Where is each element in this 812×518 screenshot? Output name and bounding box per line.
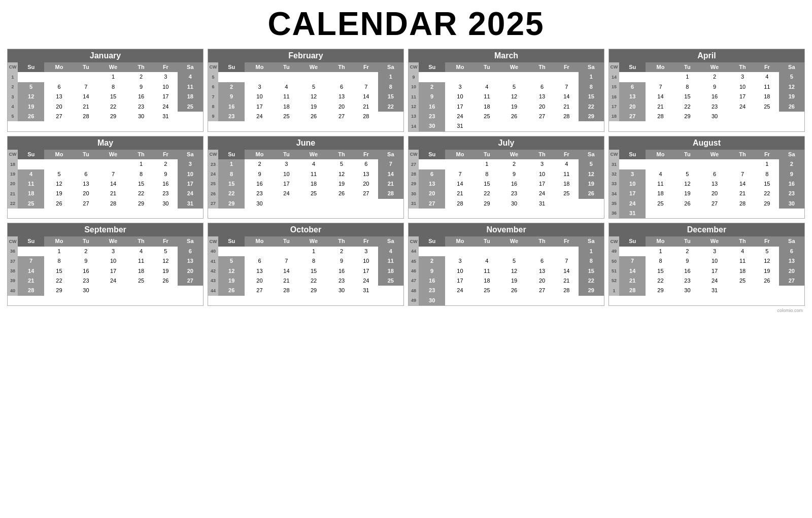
calendar-day: 15 (755, 179, 779, 189)
calendar-day (675, 159, 700, 169)
calendar-day: 29 (44, 286, 74, 295)
calendar-day: 28 (730, 199, 755, 209)
calendar-day: 31 (619, 209, 646, 218)
calendar-day (529, 296, 555, 305)
calendar-day: 19 (329, 179, 354, 189)
calendar-day: 22 (298, 276, 329, 286)
calendar-day: 5 (18, 82, 44, 92)
calendar-day: 21 (74, 102, 98, 112)
calendar-day: 8 (218, 169, 245, 179)
calendar-day: 11 (378, 256, 403, 266)
calendar-day: 14 (98, 179, 128, 189)
calendar-day (275, 72, 299, 82)
calendar-day: 2 (154, 159, 177, 169)
calendar-day: 3 (445, 82, 475, 92)
calendar-day: 15 (128, 179, 154, 189)
calendar-day: 21 (555, 276, 578, 286)
calendar-day: 27 (779, 276, 804, 286)
calendar-day: 31 (529, 199, 555, 209)
calendar-day: 18 (475, 102, 499, 112)
calendar-day: 5 (499, 82, 529, 92)
calendar-day: 25 (646, 199, 675, 209)
month-header-october: October (208, 223, 403, 236)
calendar-day: 21 (646, 102, 675, 112)
calendar-day: 5 (298, 82, 329, 92)
calendar-day: 1 (378, 72, 403, 82)
calendar-day: 18 (646, 189, 675, 198)
calendar-day: 18 (555, 179, 578, 189)
calendar-day: 1 (579, 247, 604, 256)
calendar-day: 30 (128, 112, 154, 121)
calendar-day (555, 72, 578, 82)
calendar-day: 24 (275, 189, 299, 198)
calendar-day: 24 (529, 189, 555, 198)
calendar-day (529, 247, 555, 256)
calendar-day: 27 (354, 189, 378, 198)
calendar-day: 17 (529, 179, 555, 189)
calendar-day: 8 (579, 256, 604, 266)
calendar-day: 22 (378, 102, 403, 112)
calendar-day: 15 (378, 92, 403, 101)
calendar-day: 21 (619, 276, 646, 286)
calendar-day (646, 72, 675, 82)
calendar-day: 29 (579, 286, 604, 295)
calendar-day: 20 (529, 102, 555, 112)
calendar-day: 27 (329, 112, 354, 121)
calendar-day: 25 (755, 102, 779, 112)
calendar-day (779, 286, 804, 295)
calendar-day: 20 (329, 102, 354, 112)
calendar-day: 16 (419, 276, 445, 286)
calendar-day (245, 72, 274, 82)
calendar-day: 28 (555, 112, 578, 121)
calendar-day: 9 (74, 256, 98, 266)
calendar-day: 10 (445, 92, 475, 101)
calendar-day: 14 (619, 266, 646, 276)
calendar-day: 21 (445, 189, 475, 198)
month-header-november: November (409, 223, 604, 236)
calendar-day: 23 (74, 276, 98, 286)
calendar-day: 2 (419, 82, 445, 92)
calendar-day: 10 (275, 169, 299, 179)
calendar-day (779, 112, 804, 121)
calendar-day: 23 (779, 189, 804, 198)
calendar-day: 22 (579, 276, 604, 286)
calendar-day: 2 (419, 256, 445, 266)
calendar-day: 15 (218, 179, 245, 189)
calendar-day: 30 (419, 121, 445, 131)
calendar-day: 26 (298, 112, 329, 121)
calendar-day: 28 (354, 112, 378, 121)
calendar-day: 17 (445, 102, 475, 112)
calendar-day: 14 (555, 266, 578, 276)
calendar-day: 20 (354, 179, 378, 189)
calendar-day (445, 247, 475, 256)
calendar-day: 5 (675, 169, 700, 179)
calendar-day: 4 (755, 72, 779, 82)
calendar-day: 8 (579, 82, 604, 92)
month-july: JulyCWSuMoTuWeThFrSa27123452867891011122… (408, 136, 604, 219)
calendar-day: 2 (128, 72, 154, 82)
calendar-day (154, 286, 177, 295)
calendar-day: 9 (499, 169, 529, 179)
calendar-day: 19 (579, 179, 604, 189)
calendar-day: 4 (275, 82, 299, 92)
calendar-day: 7 (730, 169, 755, 179)
calendar-day: 23 (154, 189, 177, 198)
month-header-december: December (609, 223, 804, 236)
calendar-day: 21 (555, 102, 578, 112)
calendar-day: 16 (499, 179, 529, 189)
calendar-day: 22 (475, 189, 499, 198)
month-header-january: January (8, 49, 203, 62)
calendar-day: 26 (779, 102, 804, 112)
calendar-day: 16 (699, 92, 730, 101)
calendar-day: 24 (245, 112, 274, 121)
calendar-day (329, 199, 354, 209)
calendar-day: 12 (579, 169, 604, 179)
calendar-day: 1 (675, 72, 700, 82)
calendar-day: 12 (329, 169, 354, 179)
calendar-day: 14 (18, 266, 44, 276)
calendar-day (445, 296, 475, 305)
calendar-day (378, 199, 403, 209)
calendar-day: 19 (154, 266, 177, 276)
calendar-day (378, 286, 403, 295)
calendar-day: 1 (98, 72, 128, 82)
